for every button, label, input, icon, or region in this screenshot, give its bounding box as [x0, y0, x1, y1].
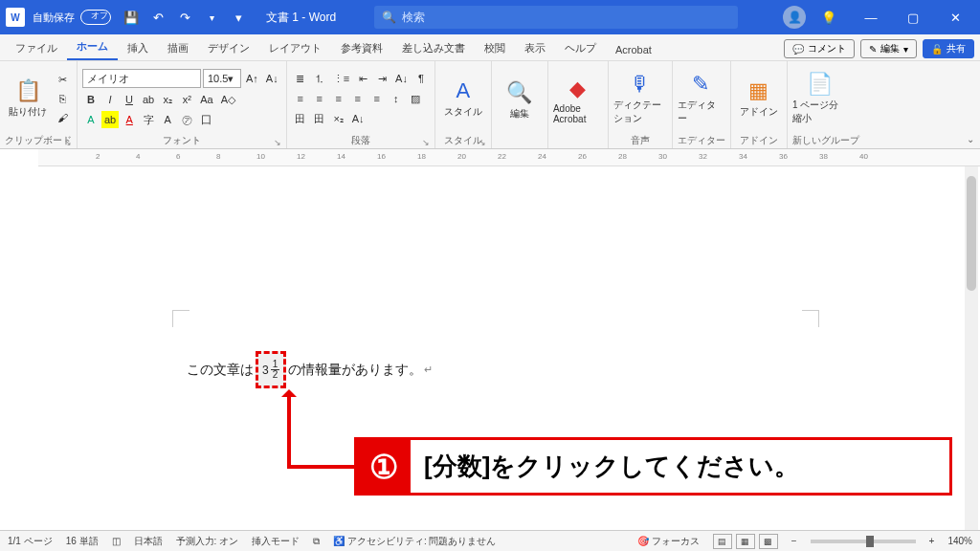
- vertical-scrollbar[interactable]: [965, 166, 978, 530]
- collapse-ribbon-icon[interactable]: ⌄: [967, 134, 974, 144]
- document-text[interactable]: この文章は 3 1 2 の情報量があります。 ↵: [187, 351, 433, 388]
- save-icon[interactable]: 💾: [119, 5, 144, 30]
- tab-references[interactable]: 参考資料: [331, 36, 392, 60]
- paragraph-launcher-icon[interactable]: ↘: [422, 138, 430, 147]
- change-case-button[interactable]: Aa: [197, 91, 215, 108]
- maximize-button[interactable]: ▢: [894, 0, 932, 34]
- qat-more-icon[interactable]: ▾: [199, 5, 224, 30]
- highlight-button[interactable]: ab: [101, 111, 119, 128]
- distribute-button[interactable]: ≡: [368, 90, 386, 107]
- page-count[interactable]: 1/1 ページ: [8, 535, 53, 548]
- underline-button[interactable]: U: [121, 91, 138, 108]
- addin-button[interactable]: ▦アドイン: [736, 64, 782, 133]
- tab-layout[interactable]: レイアウト: [259, 36, 331, 60]
- char-shading-button[interactable]: 字: [140, 111, 157, 128]
- comments-button[interactable]: 💬 コメント: [784, 39, 855, 58]
- web-layout-button[interactable]: ▩: [759, 534, 778, 549]
- strikethrough-button[interactable]: ab: [140, 91, 157, 108]
- tab-help[interactable]: ヘルプ: [555, 36, 606, 60]
- accessibility-status[interactable]: アクセシビリティ: 問題ありません: [347, 536, 497, 546]
- autosave-toggle[interactable]: 自動保存: [33, 10, 111, 25]
- shrink-font-button[interactable]: A↓: [263, 70, 281, 87]
- undo-icon[interactable]: ↶: [145, 5, 170, 30]
- grow-font-button[interactable]: A↑: [243, 70, 261, 87]
- show-marks-button[interactable]: ¶: [412, 70, 430, 87]
- editor-button[interactable]: ✎エディター: [678, 64, 724, 133]
- phonetic-button[interactable]: ㋐: [178, 111, 195, 128]
- acrobat-button[interactable]: ◆Adobe Acrobat: [553, 64, 603, 136]
- bold-button[interactable]: B: [82, 91, 100, 108]
- line-spacing-button[interactable]: ↕: [388, 90, 405, 107]
- font-size-combo[interactable]: 10.5 ▾: [203, 69, 241, 88]
- multilevel-list-button[interactable]: ⋮≡: [330, 70, 352, 87]
- lang-status-icon[interactable]: ◫: [112, 536, 121, 546]
- increase-indent-button[interactable]: ⇥: [373, 70, 390, 87]
- superscript-button[interactable]: x²: [178, 91, 195, 108]
- paste-button[interactable]: 📋 貼り付け: [5, 64, 51, 133]
- align-left-button[interactable]: ≡: [292, 90, 309, 107]
- tab-review[interactable]: 校閲: [475, 36, 515, 60]
- share-button[interactable]: 🔓 共有: [923, 39, 974, 58]
- shrink-page-button[interactable]: 📄1 ページ分縮小: [792, 64, 848, 133]
- tab-acrobat[interactable]: Acrobat: [606, 39, 661, 60]
- enclose-chars-button[interactable]: A: [159, 111, 176, 128]
- tab-mailings[interactable]: 差し込み文書: [392, 36, 475, 60]
- align-right-button[interactable]: ≡: [330, 90, 347, 107]
- styles-launcher-icon[interactable]: ↘: [479, 138, 486, 147]
- horizontal-ruler[interactable]: 246810121416182022242628303234363840: [38, 149, 980, 166]
- zoom-out-button[interactable]: −: [791, 536, 797, 546]
- tab-insert[interactable]: 挿入: [118, 36, 158, 60]
- scrollbar-thumb[interactable]: [967, 176, 976, 291]
- tab-home[interactable]: ホーム: [67, 34, 118, 60]
- zoom-thumb[interactable]: [866, 536, 874, 547]
- redo-icon[interactable]: ↷: [172, 5, 197, 30]
- font-color-button[interactable]: A: [121, 111, 138, 128]
- tab-design[interactable]: デザイン: [198, 36, 259, 60]
- tab-file[interactable]: ファイル: [6, 36, 67, 60]
- print-layout-button[interactable]: ▦: [736, 534, 755, 549]
- editing-mode-button[interactable]: ✎ 編集 ▾: [860, 39, 917, 58]
- paragraph-ext-button[interactable]: ×₂: [330, 110, 347, 127]
- clear-formatting-button[interactable]: A◇: [218, 91, 238, 108]
- justify-button[interactable]: ≡: [349, 90, 367, 107]
- text-effects-button[interactable]: A: [82, 111, 100, 128]
- customize-qat-icon[interactable]: ▾: [226, 5, 251, 30]
- document-area[interactable]: この文章は 3 1 2 の情報量があります。 ↵ ① [分数]をクリックしてくだ…: [0, 166, 980, 530]
- format-painter-button[interactable]: 🖌: [54, 109, 71, 126]
- clipboard-launcher-icon[interactable]: ↘: [64, 138, 72, 147]
- subscript-button[interactable]: x₂: [159, 91, 176, 108]
- zoom-slider[interactable]: [811, 540, 916, 543]
- focus-mode[interactable]: 🎯 フォーカス: [637, 535, 700, 548]
- avatar[interactable]: 👤: [783, 6, 806, 29]
- help-lightbulb-icon[interactable]: 💡: [810, 0, 848, 34]
- paragraph-ext2-button[interactable]: A↓: [349, 110, 368, 127]
- decrease-indent-button[interactable]: ⇤: [354, 70, 371, 87]
- predictive-input-status[interactable]: 予測入力: オン: [176, 535, 239, 548]
- borders-2-button[interactable]: 田: [311, 110, 328, 127]
- close-button[interactable]: ✕: [936, 0, 974, 34]
- zoom-in-button[interactable]: +: [929, 536, 935, 546]
- dictation-button[interactable]: 🎙ディクテーション: [613, 64, 667, 133]
- word-count[interactable]: 16 単語: [66, 535, 99, 548]
- autosave-switch-icon[interactable]: [80, 10, 111, 25]
- bullets-button[interactable]: ≣: [292, 70, 309, 87]
- numbering-button[interactable]: ⒈: [311, 70, 328, 87]
- align-center-button[interactable]: ≡: [311, 90, 328, 107]
- editing-button[interactable]: 🔍編集: [497, 64, 543, 136]
- font-name-combo[interactable]: メイリオ: [82, 69, 201, 88]
- font-launcher-icon[interactable]: ↘: [274, 138, 281, 147]
- zoom-level[interactable]: 140%: [947, 536, 972, 546]
- insert-mode-status[interactable]: 挿入モード: [252, 535, 300, 548]
- tab-view[interactable]: 表示: [515, 36, 555, 60]
- minimize-button[interactable]: —: [852, 0, 890, 34]
- borders-button[interactable]: 田: [292, 110, 309, 127]
- display-settings-icon[interactable]: ⧉: [313, 536, 320, 547]
- search-input[interactable]: 🔍 検索: [374, 6, 738, 29]
- italic-button[interactable]: I: [101, 91, 119, 108]
- read-mode-button[interactable]: ▤: [713, 534, 732, 549]
- shading-button[interactable]: ▨: [407, 90, 424, 107]
- cut-button[interactable]: ✂: [54, 71, 71, 88]
- styles-button[interactable]: Aスタイル: [440, 64, 486, 133]
- char-border-button[interactable]: 囗: [197, 111, 214, 128]
- copy-button[interactable]: ⎘: [54, 90, 71, 107]
